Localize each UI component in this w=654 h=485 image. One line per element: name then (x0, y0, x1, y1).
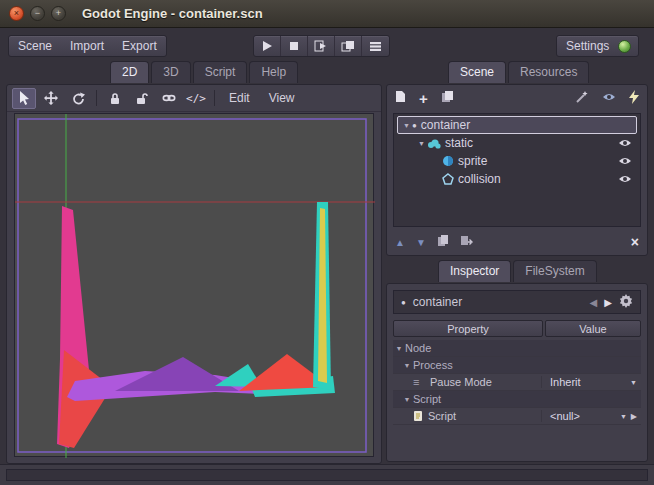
connections-button[interactable] (629, 90, 639, 107)
edit-menu[interactable]: Edit (221, 89, 258, 107)
tree-row-collision[interactable]: collision (397, 170, 637, 188)
inspector-category-process[interactable]: ▼ Process (393, 357, 641, 374)
inspector-columns: Property Value (393, 320, 641, 337)
history-back-button[interactable]: ◀ (590, 297, 598, 308)
node-icon: ● (412, 121, 417, 130)
menu-export[interactable]: Export (113, 37, 166, 55)
node-label: static (445, 136, 473, 150)
property-label: Pause Mode (430, 376, 492, 388)
move-up-button[interactable]: ▲ (395, 237, 405, 248)
canvas-2d[interactable] (14, 113, 374, 457)
visibility-toggle[interactable] (618, 174, 632, 184)
view-menu[interactable]: View (261, 89, 303, 107)
property-cell: ≡ Pause Mode (393, 376, 541, 388)
window-minimize-button[interactable]: − (30, 6, 45, 21)
dropdown-arrow-icon[interactable]: ▼ (630, 379, 637, 386)
window-close-button[interactable]: × (9, 6, 24, 21)
canvas-drawing (15, 114, 375, 458)
scene-dock-tools (575, 90, 639, 107)
code-icon: </> (181, 91, 211, 106)
tree-row-container[interactable]: ▼ ● container (397, 116, 637, 134)
delete-node-button[interactable]: × (631, 234, 639, 250)
tool-menu-button[interactable] (575, 90, 589, 107)
play-custom-scene-button[interactable] (335, 36, 362, 56)
remote-view-button[interactable] (602, 91, 616, 105)
stop-button[interactable] (281, 36, 308, 56)
eye-icon (618, 174, 632, 184)
inspector-rows: ▼ Node ▼ Process ≡ Pause Mode Inherit ▼ … (393, 340, 641, 425)
window-title: Godot Engine - container.scn (82, 6, 263, 21)
minimize-icon: − (35, 9, 40, 18)
edit-script-arrow-icon[interactable]: ▶ (631, 412, 637, 421)
move-tool-button[interactable] (39, 88, 63, 109)
tree-row-sprite[interactable]: sprite (397, 152, 637, 170)
value-column-header: Value (545, 320, 641, 337)
playback-toolbar (253, 35, 390, 57)
duplicate-node-button[interactable] (437, 234, 449, 250)
lightning-icon (629, 90, 639, 104)
play-button[interactable] (254, 36, 281, 56)
menu-import[interactable]: Import (61, 37, 113, 55)
maximize-icon: + (56, 9, 61, 18)
inspector-category-script[interactable]: ▼ Script (393, 391, 641, 408)
move-down-button[interactable]: ▼ (416, 237, 426, 248)
window-maximize-button[interactable]: + (51, 6, 66, 21)
canvas-toolbar: </> Edit View (7, 85, 381, 112)
toolbar-separator (96, 90, 97, 106)
edit-code-button[interactable]: </> (184, 88, 208, 109)
visibility-toggle[interactable] (618, 138, 632, 148)
group-button[interactable] (157, 88, 181, 109)
titlebar: × − + Godot Engine - container.scn (0, 0, 654, 28)
duplicate-icon (437, 234, 449, 247)
object-menu-button[interactable] (619, 294, 633, 311)
lock-object-button[interactable] (103, 88, 127, 109)
update-spinner-icon (618, 40, 631, 53)
tab-scene[interactable]: Scene (448, 61, 506, 83)
select-tool-button[interactable] (12, 88, 36, 109)
rotate-icon (72, 92, 85, 105)
history-forward-button[interactable]: ▶ (604, 297, 612, 308)
screens-button[interactable] (362, 36, 389, 56)
node-label: container (421, 118, 470, 132)
dropdown-arrow-icon[interactable]: ▼ (620, 413, 627, 420)
rotate-tool-button[interactable] (66, 88, 90, 109)
category-label: Process (413, 359, 453, 371)
settings-button[interactable]: Settings (556, 35, 639, 57)
scene-tree: ▼ ● container ▼ static sprite collision (393, 113, 641, 227)
value-cell[interactable]: <null> ▼ ▶ (541, 410, 641, 422)
tree-row-static[interactable]: ▼ static (397, 134, 637, 152)
instance-scene-button[interactable] (441, 90, 454, 106)
tab-filesystem[interactable]: FileSystem (513, 260, 596, 282)
inspector-category-node[interactable]: ▼ Node (393, 340, 641, 357)
expander-icon[interactable]: ▼ (401, 122, 412, 129)
static-body-icon (427, 138, 441, 149)
wand-icon (575, 90, 589, 104)
expander-icon: ▼ (401, 396, 413, 403)
value-cell[interactable]: Inherit ▼ (541, 376, 641, 388)
link-icon (162, 93, 176, 103)
cursor-icon (19, 91, 30, 105)
list-icon (369, 41, 382, 52)
new-node-button[interactable] (395, 90, 406, 106)
output-bar[interactable] (6, 469, 648, 481)
eye-icon (602, 92, 616, 102)
add-node-button[interactable]: + (419, 91, 428, 106)
reparent-node-button[interactable] (460, 234, 473, 250)
property-label: Script (428, 410, 456, 422)
tab-inspector[interactable]: Inspector (438, 260, 511, 282)
expander-icon[interactable]: ▼ (416, 140, 427, 147)
play-scene-button[interactable] (308, 36, 335, 56)
unlock-icon (135, 92, 149, 105)
play-custom-icon (341, 40, 355, 52)
output-panel (0, 464, 654, 485)
unlock-object-button[interactable] (130, 88, 154, 109)
tab-resources[interactable]: Resources (508, 61, 589, 83)
tab-script[interactable]: Script (193, 61, 248, 83)
godot-window: { "window": { "title": "Godot Engine - c… (0, 0, 654, 485)
visibility-toggle[interactable] (618, 156, 632, 166)
tab-3d[interactable]: 3D (151, 61, 190, 83)
main-menu-strip: Scene Import Export (8, 35, 167, 57)
tab-help[interactable]: Help (249, 61, 298, 83)
tab-2d[interactable]: 2D (110, 61, 149, 83)
menu-scene[interactable]: Scene (9, 37, 61, 55)
